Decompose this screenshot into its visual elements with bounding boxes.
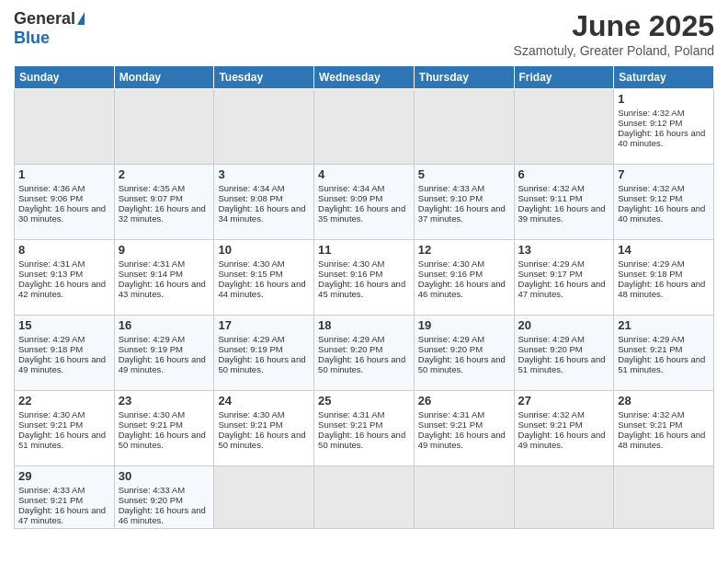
day-number: 26: [418, 394, 510, 408]
daylight-text: Daylight: 16 hours and 30 minutes.: [18, 203, 106, 224]
day-number: 8: [18, 243, 110, 257]
sunset-text: Sunset: 9:12 PM: [618, 118, 682, 128]
sunset-text: Sunset: 9:06 PM: [18, 193, 83, 203]
sunset-text: Sunset: 9:10 PM: [418, 193, 483, 203]
table-row: 12Sunrise: 4:30 AMSunset: 9:16 PMDayligh…: [414, 240, 514, 316]
table-row: [314, 466, 415, 529]
sunset-text: Sunset: 9:21 PM: [618, 344, 682, 354]
col-thursday: Thursday: [414, 66, 514, 89]
day-number: 13: [518, 243, 610, 257]
day-number: 15: [18, 318, 110, 332]
sunrise-text: Sunrise: 4:30 AM: [18, 409, 85, 419]
sunset-text: Sunset: 9:08 PM: [218, 193, 282, 203]
col-friday: Friday: [514, 66, 614, 89]
table-row: 21Sunrise: 4:29 AMSunset: 9:21 PMDayligh…: [614, 316, 714, 391]
sunrise-text: Sunrise: 4:33 AM: [18, 485, 85, 495]
day-number: 16: [119, 318, 210, 332]
day-number: 22: [18, 394, 110, 408]
table-row: 1Sunrise: 4:36 AMSunset: 9:06 PMDaylight…: [15, 165, 115, 240]
sunset-text: Sunset: 9:21 PM: [119, 419, 183, 430]
header-row: Sunday Monday Tuesday Wednesday Thursday…: [15, 66, 714, 89]
table-row: 2Sunrise: 4:35 AMSunset: 9:07 PMDaylight…: [114, 165, 214, 240]
daylight-text: Daylight: 16 hours and 48 minutes.: [618, 430, 705, 450]
logo-general: General: [14, 9, 75, 29]
daylight-text: Daylight: 16 hours and 47 minutes.: [18, 505, 106, 525]
day-number: 30: [119, 469, 210, 483]
table-row: [214, 466, 314, 529]
sunset-text: Sunset: 9:21 PM: [418, 419, 483, 430]
sunset-text: Sunset: 9:18 PM: [618, 269, 682, 279]
sunrise-text: Sunrise: 4:35 AM: [119, 183, 185, 193]
sunrise-text: Sunrise: 4:29 AM: [418, 334, 484, 344]
day-number: 24: [218, 394, 310, 408]
sunset-text: Sunset: 9:15 PM: [218, 269, 282, 279]
sunrise-text: Sunrise: 4:30 AM: [218, 409, 284, 419]
sunset-text: Sunset: 9:21 PM: [618, 419, 682, 430]
table-row: [514, 466, 614, 529]
sunset-text: Sunset: 9:18 PM: [18, 344, 83, 354]
sunset-text: Sunset: 9:20 PM: [518, 344, 583, 354]
table-row: 14Sunrise: 4:29 AMSunset: 9:18 PMDayligh…: [614, 240, 714, 316]
table-row: 28Sunrise: 4:32 AMSunset: 9:21 PMDayligh…: [614, 391, 714, 466]
daylight-text: Daylight: 16 hours and 50 minutes.: [318, 430, 405, 450]
sunset-text: Sunset: 9:14 PM: [119, 269, 183, 279]
month-title: June 2025: [514, 9, 714, 43]
sunrise-text: Sunrise: 4:30 AM: [218, 259, 284, 269]
daylight-text: Daylight: 16 hours and 35 minutes.: [318, 203, 405, 224]
daylight-text: Daylight: 16 hours and 45 minutes.: [318, 279, 405, 299]
col-saturday: Saturday: [614, 66, 714, 89]
daylight-text: Daylight: 16 hours and 49 minutes.: [18, 354, 106, 374]
sunrise-text: Sunrise: 4:34 AM: [318, 183, 384, 193]
sunrise-text: Sunrise: 4:29 AM: [18, 334, 85, 344]
table-row: 18Sunrise: 4:29 AMSunset: 9:20 PMDayligh…: [314, 316, 415, 391]
daylight-text: Daylight: 16 hours and 37 minutes.: [418, 203, 506, 224]
logo: General Blue: [14, 9, 85, 48]
table-row: 6Sunrise: 4:32 AMSunset: 9:11 PMDaylight…: [514, 165, 614, 240]
sunset-text: Sunset: 9:16 PM: [318, 269, 382, 279]
sunrise-text: Sunrise: 4:33 AM: [119, 485, 185, 495]
day-number: 9: [119, 243, 210, 257]
sunrise-text: Sunrise: 4:31 AM: [418, 409, 484, 419]
daylight-text: Daylight: 16 hours and 46 minutes.: [418, 279, 506, 299]
day-number: 29: [18, 469, 110, 483]
sunrise-text: Sunrise: 4:32 AM: [618, 409, 684, 419]
day-number: 21: [618, 318, 710, 332]
sunset-text: Sunset: 9:21 PM: [18, 419, 83, 430]
sunset-text: Sunset: 9:11 PM: [518, 193, 583, 203]
sunrise-text: Sunrise: 4:32 AM: [518, 183, 585, 193]
table-row: [114, 89, 214, 165]
daylight-text: Daylight: 16 hours and 51 minutes.: [18, 430, 106, 450]
table-row: 25Sunrise: 4:31 AMSunset: 9:21 PMDayligh…: [314, 391, 415, 466]
sunrise-text: Sunrise: 4:32 AM: [618, 108, 684, 118]
sunrise-text: Sunrise: 4:29 AM: [518, 334, 585, 344]
sunset-text: Sunset: 9:17 PM: [518, 269, 583, 279]
logo-triangle-icon: [77, 12, 85, 25]
table-row: [214, 89, 314, 165]
col-tuesday: Tuesday: [214, 66, 314, 89]
daylight-text: Daylight: 16 hours and 44 minutes.: [218, 279, 305, 299]
sunrise-text: Sunrise: 4:30 AM: [119, 409, 185, 419]
day-number: 28: [618, 394, 710, 408]
table-row: [414, 89, 514, 165]
day-number: 1: [18, 167, 110, 181]
sunset-text: Sunset: 9:21 PM: [218, 419, 282, 430]
daylight-text: Daylight: 16 hours and 49 minutes.: [119, 354, 206, 374]
day-number: 20: [518, 318, 610, 332]
day-number: 12: [418, 243, 510, 257]
sunrise-text: Sunrise: 4:34 AM: [218, 183, 284, 193]
table-row: [614, 466, 714, 529]
sunrise-text: Sunrise: 4:29 AM: [618, 259, 684, 269]
daylight-text: Daylight: 16 hours and 50 minutes.: [218, 354, 305, 374]
sunset-text: Sunset: 9:16 PM: [418, 269, 483, 279]
table-row: 15Sunrise: 4:29 AMSunset: 9:18 PMDayligh…: [15, 316, 115, 391]
day-number: 7: [618, 167, 710, 181]
calendar: Sunday Monday Tuesday Wednesday Thursday…: [14, 65, 714, 529]
sunset-text: Sunset: 9:12 PM: [618, 193, 682, 203]
table-row: 22Sunrise: 4:30 AMSunset: 9:21 PMDayligh…: [15, 391, 115, 466]
title-block: June 2025 Szamotuly, Greater Poland, Pol…: [514, 9, 714, 58]
day-number: 4: [318, 167, 410, 181]
table-row: 17Sunrise: 4:29 AMSunset: 9:19 PMDayligh…: [214, 316, 314, 391]
table-row: 11Sunrise: 4:30 AMSunset: 9:16 PMDayligh…: [314, 240, 415, 316]
day-number: 19: [418, 318, 510, 332]
day-number: 2: [119, 167, 210, 181]
